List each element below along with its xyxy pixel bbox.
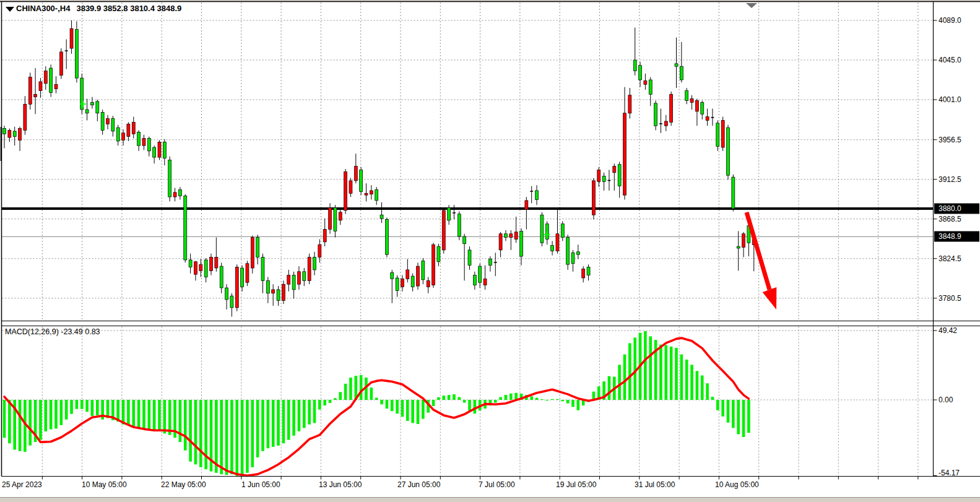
time-axis-label: 7 Jul 05:00 (479, 480, 515, 489)
time-axis-label: 10 Aug 05:00 (715, 480, 759, 489)
time-axis-label: 25 Apr 2023 (2, 480, 42, 489)
price-axis-label: 4045.0 (939, 56, 961, 64)
window-bottom-frame (0, 497, 980, 502)
price-axis-label: 4001.0 (939, 95, 961, 104)
macd-axis-label: -54.17 (939, 469, 960, 477)
time-axis-label: 1 Jun 05:00 (241, 480, 280, 489)
price-axis-label: 3956.5 (939, 136, 961, 144)
macd-pane[interactable] (2, 326, 933, 476)
mt4-chart-window: CHINA300-,H43839.9 3852.8 3810.4 3848.9 … (0, 0, 980, 502)
time-axis-label: 10 May 05:00 (82, 480, 127, 489)
time-axis-label: 19 Jul 05:00 (556, 480, 596, 489)
price-axis-label: 3868.5 (939, 215, 961, 223)
time-axis-label: 27 Jun 05:00 (397, 480, 440, 489)
hline-price-badge: 3880.0 (934, 204, 979, 214)
time-axis-label: 13 Jun 05:00 (319, 480, 362, 489)
current-price-badge: 3848.9 (934, 232, 979, 242)
main-chart-pane[interactable] (2, 2, 933, 321)
macd-axis-label: 49.42 (939, 326, 957, 335)
price-axis-label: 3780.5 (939, 294, 961, 303)
price-axis-label: 3912.5 (939, 175, 961, 184)
time-axis-label: 22 May 05:00 (161, 480, 206, 489)
price-axis-label: 4089.0 (939, 16, 961, 25)
macd-axis-label: 0.00 (939, 396, 953, 404)
time-axis-label: 31 Jul 05:00 (635, 480, 675, 489)
price-axis-label: 3824.5 (939, 254, 961, 263)
